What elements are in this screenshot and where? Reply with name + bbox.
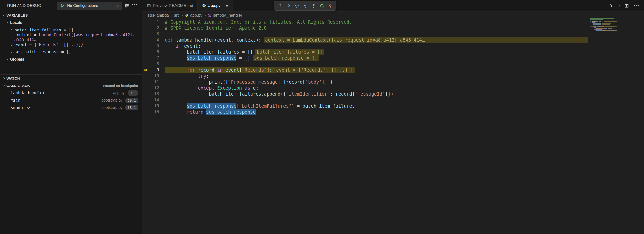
code-line[interactable]: 1# Copyright Amazon.com, Inc. or its aff…	[142, 19, 588, 25]
code-line-content[interactable]: # SPDX-License-Identifier: Apache-2.0	[165, 25, 588, 31]
gutter[interactable]: 7	[142, 55, 165, 61]
breadcrumb-item-file[interactable]: app.py	[185, 13, 202, 18]
gutter[interactable]: 4	[142, 37, 165, 43]
code-line-content[interactable]: try:	[165, 73, 588, 79]
gutter[interactable]: 10	[142, 73, 165, 79]
line-number[interactable]: 3	[142, 31, 165, 37]
code-line-content[interactable]: batch_item_failures.append({"itemIdentif…	[165, 91, 588, 97]
line-number[interactable]: 8	[142, 61, 165, 67]
minimap[interactable]	[590, 18, 616, 34]
code-line-content[interactable]: sqs_batch_response = {}sqs_batch_respons…	[165, 55, 588, 61]
code-line-content[interactable]: for record in event["Records"]:event = {…	[165, 67, 588, 73]
call-stack-frame[interactable]: mainbootstrap.py60:1	[0, 97, 142, 104]
debug-config-dropdown[interactable]: No Configurations	[57, 2, 122, 10]
code-line[interactable]: 6 batch_item_failures = []batch_item_fai…	[142, 49, 588, 55]
code-line-content[interactable]: except Exception as e:	[165, 85, 588, 91]
code-line[interactable]: 16 return sqs_batch_response	[142, 109, 588, 115]
code-line-content[interactable]: batch_item_failures = []batch_item_failu…	[165, 49, 588, 55]
line-number[interactable]: 13	[142, 91, 165, 97]
step-over-button[interactable]	[292, 2, 301, 10]
gutter[interactable]: 3	[142, 31, 165, 37]
step-out-button[interactable]	[309, 2, 318, 10]
gear-icon[interactable]	[124, 3, 130, 8]
globals-group[interactable]: Globals	[0, 56, 142, 63]
toolbar-gripper[interactable]	[276, 2, 284, 10]
split-editor-icon[interactable]	[624, 3, 629, 8]
gutter[interactable]: 5	[142, 43, 165, 49]
code-line-content[interactable]: return sqs_batch_response	[165, 109, 588, 115]
code-line[interactable]: 11 print(f"Processed message: {record['b…	[142, 79, 588, 85]
code-line[interactable]: 13 batch_item_failures.append({"itemIden…	[142, 91, 588, 97]
line-number[interactable]: 12	[142, 85, 165, 91]
gutter[interactable]: 8	[142, 61, 165, 67]
restart-button[interactable]	[318, 2, 326, 10]
breadcrumb-item-folder[interactable]: sqs-lambda	[148, 13, 169, 18]
more-actions-icon[interactable]: ···	[132, 1, 138, 8]
breadcrumb-item-symbol[interactable]: lambda_handler	[208, 13, 242, 18]
tab-preview-readme[interactable]: Preview README.md	[142, 0, 198, 11]
gutter[interactable]: 12	[142, 85, 165, 91]
gutter[interactable]: 2	[142, 25, 165, 31]
breadcrumb-item-folder[interactable]: src	[174, 13, 180, 18]
call-stack-section-header[interactable]: CALL STACK Paused on breakpoint	[0, 82, 142, 89]
line-number[interactable]: 16	[142, 109, 165, 115]
code-line[interactable]: 4def lambda_handler(event, context):cont…	[142, 37, 588, 43]
step-into-button[interactable]	[301, 2, 309, 10]
code-line-content[interactable]	[165, 31, 588, 37]
line-number[interactable]: 14	[142, 97, 165, 103]
code-editor[interactable]: 1# Copyright Amazon.com, Inc. or its aff…	[142, 19, 644, 234]
code-line[interactable]: 10 try:	[142, 73, 588, 79]
overflow-ellipsis[interactable]: ···	[633, 114, 639, 120]
code-line[interactable]: 12 except Exception as e:	[142, 85, 588, 91]
code-line-content[interactable]: if event:	[165, 43, 588, 49]
line-number[interactable]: 1	[142, 19, 165, 25]
line-number[interactable]: 5	[142, 43, 165, 49]
line-number[interactable]: 11	[142, 79, 165, 85]
code-line-content[interactable]	[165, 61, 588, 67]
code-line-content[interactable]: # Copyright Amazon.com, Inc. or its affi…	[165, 19, 588, 25]
code-line-content[interactable]: def lambda_handler(event, context):conte…	[165, 37, 588, 43]
line-number[interactable]: 10	[142, 73, 165, 79]
line-number[interactable]: 4	[142, 37, 165, 43]
code-line-content[interactable]	[165, 97, 588, 103]
line-number[interactable]: 2	[142, 25, 165, 31]
tab-app-py[interactable]: app.py ×	[198, 0, 233, 11]
gutter[interactable]: 13	[142, 91, 165, 97]
variables-section-header[interactable]: VARIABLES	[0, 11, 142, 19]
code-line[interactable]: 14	[142, 97, 588, 103]
code-line[interactable]: 2# SPDX-License-Identifier: Apache-2.0	[142, 25, 588, 31]
gutter[interactable]: 16	[142, 109, 165, 115]
close-icon[interactable]: ×	[226, 3, 228, 8]
call-stack-frame[interactable]: <module>bootstrap.py63:1	[0, 104, 142, 112]
call-stack-frame[interactable]: lambda_handlerapp.py9:1	[0, 89, 142, 97]
continue-button[interactable]	[284, 2, 292, 10]
gutter[interactable]: 9	[142, 67, 165, 73]
code-line[interactable]: 8	[142, 61, 588, 67]
more-actions-icon[interactable]: ···	[634, 3, 640, 9]
start-debugging-icon[interactable]	[60, 3, 65, 8]
code-line[interactable]: 5 if event:	[142, 43, 588, 49]
line-number[interactable]: 15	[142, 103, 165, 109]
watch-section-header[interactable]: WATCH	[0, 75, 142, 82]
locals-group[interactable]: Locals	[0, 19, 142, 26]
code-line[interactable]: 15 sqs_batch_response["batchItemFailures…	[142, 103, 588, 109]
line-number[interactable]: 6	[142, 49, 165, 55]
variable-row[interactable]: sqs_batch_response = {}	[0, 48, 142, 56]
gutter[interactable]: 11	[142, 79, 165, 85]
disconnect-button[interactable]	[326, 2, 334, 10]
code-line-content[interactable]: sqs_batch_response["batchItemFailures"] …	[165, 103, 588, 109]
code-line[interactable]: 7 sqs_batch_response = {}sqs_batch_respo…	[142, 55, 588, 61]
run-dropdown-chevron-icon[interactable]	[618, 4, 620, 6]
gutter[interactable]: 6	[142, 49, 165, 55]
code-line[interactable]: 3	[142, 31, 588, 37]
gutter[interactable]: 14	[142, 97, 165, 103]
line-number[interactable]: 7	[142, 55, 165, 61]
variable-row[interactable]: context = LambdaContext([aws_request_id=…	[0, 34, 142, 41]
code-line[interactable]: 9 for record in event["Records"]:event =…	[142, 67, 588, 73]
run-file-icon[interactable]	[608, 3, 613, 8]
gutter[interactable]: 15	[142, 103, 165, 109]
variable-name: context	[14, 32, 32, 37]
gutter[interactable]: 1	[142, 19, 165, 25]
minimap-segment	[596, 30, 602, 30]
code-line-content[interactable]: print(f"Processed message: {record['body…	[165, 79, 588, 85]
